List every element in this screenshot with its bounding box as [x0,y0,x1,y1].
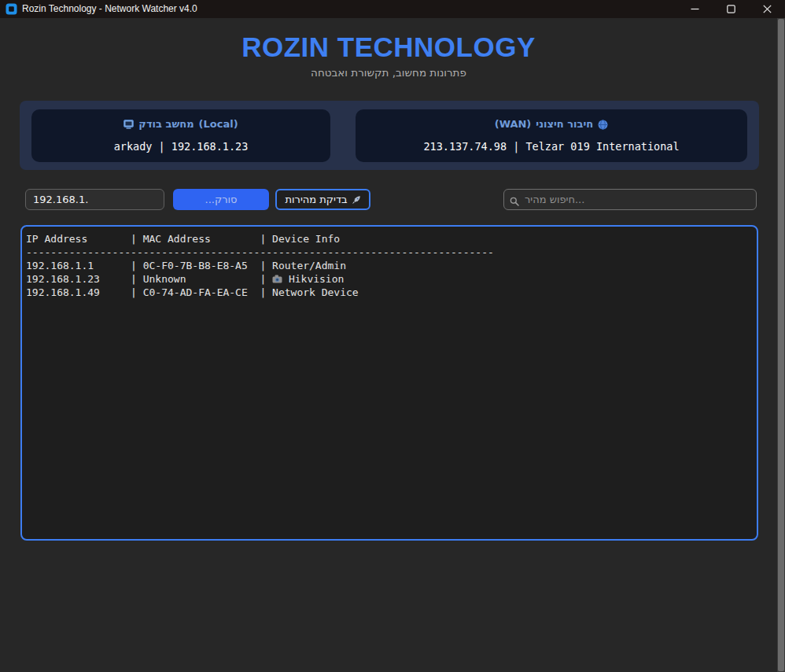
results-console[interactable]: IP Address | MAC Address | Device Info--… [20,225,758,541]
window-controls [676,0,785,18]
local-card-title: מחשב בודק (Local) [31,118,330,131]
result-row: 192.168.1.49 | C0-74-AD-FA-EA-CE | Netwo… [26,286,753,299]
local-card-label: מחשב בודק [138,118,193,131]
camera-icon [272,275,282,283]
wan-card-value: 213.137.74.98 | Telzar 019 International [356,140,747,153]
ip-range-input[interactable] [25,189,164,210]
search-input[interactable] [503,189,757,210]
minimize-button[interactable] [676,0,713,18]
search-field [503,189,757,210]
speed-test-button[interactable]: בדיקת מהירות [275,189,370,210]
app-window: Rozin Technology - Network Watcher v4.0 … [0,0,785,672]
result-row-info: Network Device [272,286,359,298]
wan-card-title: (WAN) חיבור חיצוני [356,118,747,131]
result-row-ip-mac: 192.168.1.49 | C0-74-AD-FA-EA-CE | [26,286,272,298]
wan-card-label-prefix: (WAN) [495,118,532,131]
app-icon [6,3,17,15]
console-header-row: IP Address | MAC Address | Device Info [26,232,753,246]
titlebar: Rozin Technology - Network Watcher v4.0 [0,0,785,18]
rocket-icon [352,195,361,205]
computer-icon [123,120,134,129]
local-card-value: arkady | 192.168.1.23 [31,140,330,153]
result-row-ip-mac: 192.168.1.23 | Unknown | [26,273,272,285]
result-row-ip-mac: 192.168.1.1 | 0C-F0-7B-B8-E8-A5 | [26,260,272,271]
result-row-info: Router/Admin [272,260,346,271]
speed-test-label: בדיקת מהירות [285,194,347,205]
close-button[interactable] [749,0,785,18]
console-separator: ----------------------------------------… [26,246,753,259]
result-row: 192.168.1.23 | Unknown | Hikvision [26,272,753,286]
scrollbar-thumb[interactable] [778,19,784,671]
close-icon [763,5,772,13]
wan-card-label: חיבור חיצוני [536,118,593,131]
maximize-icon [727,5,735,13]
local-card-label-suffix: (Local) [199,118,238,131]
page-title: ROZIN TECHNOLOGY [0,31,777,63]
minimize-icon [691,5,699,13]
window-scrollbar[interactable] [777,18,785,672]
local-info-card: מחשב בודק (Local) arkady | 192.168.1.23 [31,109,330,162]
maximize-button[interactable] [713,0,749,18]
scan-button-label: סורק... [205,194,238,205]
page-subtitle: פתרונות מחשוב, תקשורת ואבטחה [0,66,777,79]
result-row: 192.168.1.1 | 0C-F0-7B-B8-E8-A5 | Router… [26,259,753,272]
wan-info-card: (WAN) חיבור חיצוני 213.137.74.98 | Telza… [356,109,747,162]
window-title: Rozin Technology - Network Watcher v4.0 [22,0,197,18]
scan-button[interactable]: סורק... [173,189,269,210]
status-cards: מחשב בודק (Local) arkady | 192.168.1.23 … [20,101,759,170]
result-row-info: Hikvision [282,273,344,285]
globe-icon [598,120,608,130]
